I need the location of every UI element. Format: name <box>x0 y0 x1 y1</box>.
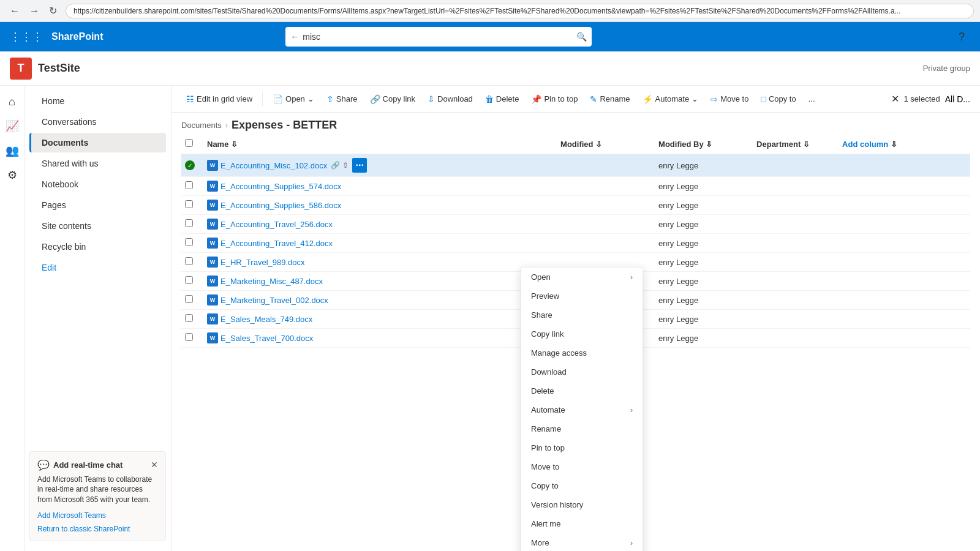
context-menu-item-move-to[interactable]: Move to <box>521 457 643 476</box>
more-actions-button[interactable]: ... <box>804 91 820 107</box>
word-icon: W <box>207 160 218 171</box>
file-name-text[interactable]: E_Sales_Travel_700.docx <box>221 334 313 343</box>
teams-nav-icon[interactable]: 👥 <box>1 140 23 162</box>
search-back-icon[interactable]: ← <box>290 32 299 42</box>
row-checkbox-cell[interactable] <box>181 272 203 291</box>
refresh-button[interactable]: ↻ <box>45 2 61 19</box>
classic-link[interactable]: Return to classic SharePoint <box>37 525 158 533</box>
copy-to-button[interactable]: □ Copy to <box>756 91 801 108</box>
sidebar-item-notebook[interactable]: Notebook <box>29 174 166 194</box>
row-checkbox-cell[interactable] <box>181 234 203 253</box>
edit-grid-button[interactable]: ☷ Edit in grid view <box>181 91 257 108</box>
search-input[interactable] <box>303 32 576 42</box>
waffle-icon[interactable]: ⋮⋮⋮ <box>7 28 45 46</box>
file-name-text[interactable]: E_Accounting_Supplies_574.docx <box>221 182 341 191</box>
row-checkbox[interactable] <box>185 181 193 189</box>
row-more-button[interactable]: ··· <box>352 158 367 173</box>
file-name-text[interactable]: E_HR_Travel_989.docx <box>221 258 305 267</box>
context-menu-item-copy-link[interactable]: Copy link <box>521 324 643 343</box>
row-checkbox[interactable] <box>185 257 193 265</box>
row-checkbox[interactable] <box>185 276 193 284</box>
context-menu-item-manage-access[interactable]: Manage access <box>521 343 643 362</box>
col-header-modified-by[interactable]: Modified By ⇩ <box>655 134 753 154</box>
row-checkbox-cell[interactable] <box>181 215 203 234</box>
row-checkbox-cell[interactable] <box>181 329 203 348</box>
ctx-item-label: Copy to <box>531 481 559 490</box>
row-checkbox[interactable] <box>185 238 193 246</box>
row-checkbox[interactable] <box>185 200 193 208</box>
add-teams-link[interactable]: Add Microsoft Teams <box>37 511 106 520</box>
sidebar-item-pages[interactable]: Pages <box>29 195 166 215</box>
sidebar-item-documents[interactable]: Documents <box>29 133 166 152</box>
ctx-item-label: Share <box>531 310 552 320</box>
col-header-name[interactable]: Name ⇩ <box>203 134 557 154</box>
address-bar[interactable] <box>66 4 974 18</box>
move-icon: ⇨ <box>710 94 718 104</box>
context-menu-item-preview[interactable]: Preview <box>521 287 643 305</box>
row-checkbox-cell[interactable] <box>181 291 203 310</box>
download-button[interactable]: ⇩ Download <box>423 91 478 108</box>
context-menu-item-copy-to[interactable]: Copy to <box>521 476 643 495</box>
file-name-text[interactable]: E_Accounting_Travel_256.docx <box>221 220 333 229</box>
context-menu-item-automate[interactable]: Automate › <box>521 400 643 419</box>
col-header-department[interactable]: Department ⇩ <box>753 134 839 154</box>
context-menu-item-open[interactable]: Open › <box>521 268 643 287</box>
sidebar-item-conversations[interactable]: Conversations <box>29 112 166 132</box>
row-checkbox-cell[interactable] <box>181 196 203 215</box>
pin-to-top-button[interactable]: 📌 Pin to top <box>526 91 582 108</box>
row-checkbox[interactable] <box>185 314 193 322</box>
row-checkbox[interactable] <box>185 333 193 341</box>
forward-button[interactable]: → <box>26 3 43 19</box>
context-menu-item-rename[interactable]: Rename <box>521 419 643 438</box>
move-to-button[interactable]: ⇨ Move to <box>706 91 753 108</box>
row-checkbox-cell[interactable] <box>181 253 203 272</box>
context-menu-item-download[interactable]: Download <box>521 362 643 381</box>
chat-close-button[interactable]: ✕ <box>151 460 158 470</box>
select-all-checkbox[interactable] <box>185 139 193 147</box>
col-select-all[interactable] <box>181 134 203 154</box>
sidebar-item-edit[interactable]: Edit <box>29 258 166 277</box>
file-name-text[interactable]: E_Accounting_Misc_102.docx <box>221 161 327 170</box>
back-button[interactable]: ← <box>6 3 23 19</box>
delete-button[interactable]: 🗑 Delete <box>480 91 524 108</box>
deselect-button[interactable]: ✕ <box>891 93 899 105</box>
file-name-text[interactable]: E_Marketing_Misc_487.docx <box>221 277 323 286</box>
context-menu-item-alert-me[interactable]: Alert me <box>521 514 643 533</box>
context-menu-item-pin-to-top[interactable]: Pin to top <box>521 438 643 457</box>
sidebar-item-site-contents[interactable]: Site contents <box>29 216 166 236</box>
help-icon[interactable]: ? <box>951 26 973 48</box>
context-menu-item-version-history[interactable]: Version history <box>521 495 643 514</box>
file-name-container: W E_Marketing_Misc_487.docx <box>207 276 553 287</box>
gear-nav-icon[interactable]: ⚙ <box>1 164 23 186</box>
row-checkbox-cell[interactable] <box>181 310 203 329</box>
row-checkbox[interactable] <box>185 295 193 303</box>
sidebar-item-shared-with-us[interactable]: Shared with us <box>29 154 166 173</box>
context-menu-item-share[interactable]: Share <box>521 305 643 324</box>
copy-link-button[interactable]: 🔗 Copy link <box>365 91 420 108</box>
row-checkbox-cell[interactable]: ✓ <box>181 154 203 177</box>
word-icon: W <box>207 294 218 305</box>
activity-nav-icon[interactable]: 📈 <box>1 115 23 137</box>
context-menu-item-delete[interactable]: Delete <box>521 381 643 400</box>
col-header-modified[interactable]: Modified ⇩ <box>557 134 655 154</box>
file-name-text[interactable]: E_Marketing_Travel_002.docx <box>221 296 328 305</box>
share-button[interactable]: ⇧ Share <box>322 91 363 108</box>
word-icon: W <box>207 257 218 268</box>
file-name-text[interactable]: E_Sales_Meals_749.docx <box>221 315 312 324</box>
row-extra-cell <box>839 234 970 253</box>
open-button[interactable]: 📄 Open ⌄ <box>268 91 319 108</box>
row-checkbox[interactable] <box>185 219 193 227</box>
file-name-text[interactable]: E_Accounting_Travel_412.docx <box>221 239 333 248</box>
sidebar-item-home[interactable]: Home <box>29 91 166 111</box>
search-icon[interactable]: 🔍 <box>576 32 587 42</box>
ctx-item-label: Rename <box>531 424 561 433</box>
rename-button[interactable]: ✎ Rename <box>585 91 635 108</box>
col-header-add[interactable]: Add column ⇩ <box>839 134 970 154</box>
file-name-text[interactable]: E_Accounting_Supplies_586.docx <box>221 201 341 210</box>
breadcrumb-parent[interactable]: Documents <box>181 121 222 130</box>
row-checkbox-cell[interactable] <box>181 177 203 196</box>
sidebar-item-recycle-bin[interactable]: Recycle bin <box>29 237 166 257</box>
automate-button[interactable]: ⚡ Automate ⌄ <box>638 91 704 108</box>
home-nav-icon[interactable]: ⌂ <box>1 91 23 113</box>
context-menu-item-more[interactable]: More › <box>521 533 643 551</box>
